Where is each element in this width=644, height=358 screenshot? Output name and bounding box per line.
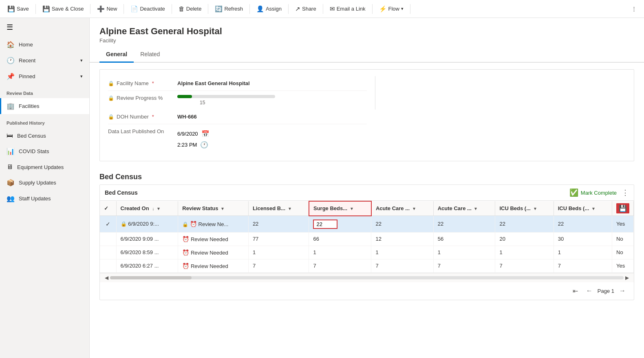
table-row[interactable]: 6/9/2020 8:59 ... ⏰ Review Needed 1 1 1 … — [100, 246, 634, 259]
doh-number-row: 🔒 DOH Number * WH-666 — [108, 110, 367, 124]
data-last-published-label: Data Last Published On — [108, 128, 177, 134]
row1-acute-care-2: 22 — [433, 216, 495, 233]
delete-icon: 🗑 — [179, 5, 185, 12]
col-header-check[interactable]: ✓ — [100, 201, 116, 216]
calendar-icon[interactable]: 📅 — [201, 130, 210, 138]
prev-page-button[interactable]: ← — [583, 286, 596, 296]
facility-name-row: 🔒 Facility Name * Alpine East General Ho… — [108, 76, 367, 91]
sidebar-item-bed-census[interactable]: 🛏 Bed Census — [0, 128, 89, 143]
page-label: Page 1 — [598, 288, 614, 294]
row1-check-cell[interactable]: ✓ — [100, 216, 116, 233]
scroll-right-arrow[interactable]: ▶ — [625, 275, 629, 281]
table-more-button[interactable]: ⋮ — [622, 188, 629, 197]
row1-icu-beds-1: 22 — [495, 216, 554, 233]
table-row[interactable]: 6/9/2020 6:27 ... ⏰ Review Needed 7 7 7 … — [100, 259, 634, 272]
col-header-icu-beds-1[interactable]: ICU Beds (... ▾ — [495, 201, 554, 216]
page-header: Alpine East General Hospital Facility — [90, 18, 644, 47]
sidebar-item-facilities[interactable]: 🏢 Facilities — [0, 98, 89, 114]
save-table-icon[interactable]: 💾 — [616, 203, 629, 213]
review-progress-label: 🔒 Review Progress % — [108, 95, 177, 101]
surge-beds-input[interactable] — [313, 220, 337, 229]
row4-check-cell[interactable] — [100, 259, 116, 272]
hamburger-menu[interactable]: ☰ — [0, 18, 89, 37]
doh-number-label: 🔒 DOH Number * — [108, 114, 177, 120]
recent-chevron-icon: ▾ — [80, 58, 83, 63]
sidebar-item-home[interactable]: 🏠 Home — [0, 37, 89, 53]
scrollbar-track[interactable] — [110, 276, 624, 279]
row3-last-col: No — [612, 246, 634, 259]
horizontal-scrollbar[interactable]: ◀ ▶ — [100, 273, 634, 282]
row1-icu-beds-2: 22 — [554, 216, 612, 233]
col-header-save[interactable]: 💾 — [612, 201, 634, 216]
surge-beds-chevron: ▾ — [351, 206, 353, 211]
row3-review-status: ⏰ Review Needed — [178, 246, 249, 259]
table-wrapper: ✓ Created On ↓ ▾ Review Status ▾ — [100, 201, 634, 273]
row4-surge-beds: 7 — [309, 259, 371, 272]
assign-button[interactable]: 👤 Assign — [252, 3, 286, 15]
first-page-button[interactable]: ⇤ — [569, 286, 581, 297]
flow-button[interactable]: ⚡ Flow ▾ — [375, 3, 408, 15]
sidebar-item-pinned[interactable]: 📌 Pinned ▾ — [0, 68, 89, 84]
mark-complete-button[interactable]: ✅ Mark Complete — [569, 188, 617, 197]
sidebar-item-recent[interactable]: 🕐 Recent ▾ — [0, 53, 89, 68]
tab-general[interactable]: General — [99, 47, 134, 63]
row3-created-on: 6/9/2020 8:59 ... — [116, 246, 178, 259]
facility-required: * — [152, 80, 154, 86]
tab-related[interactable]: Related — [134, 47, 166, 63]
share-button[interactable]: ↗ Share — [291, 3, 320, 15]
row4-acute-care-1: 7 — [371, 259, 433, 272]
table-header-row: ✓ Created On ↓ ▾ Review Status ▾ — [100, 201, 634, 216]
row4-icu-beds-1: 7 — [495, 259, 554, 272]
sidebar-item-covid-stats[interactable]: 📊 COVID Stats — [0, 143, 89, 159]
delete-button[interactable]: 🗑 Delete — [174, 3, 206, 15]
table-row[interactable]: ✓ 🔒 6/9/2020 9:... 🔒 ⏰ Review Ne... — [100, 216, 634, 233]
row3-check-cell[interactable] — [100, 246, 116, 259]
save-button[interactable]: 💾 Save — [3, 3, 33, 15]
pinned-icon: 📌 — [7, 72, 15, 80]
sidebar-item-equipment-updates[interactable]: 🖥 Equipment Updates — [0, 159, 89, 175]
sidebar-item-supply-updates[interactable]: 📦 Supply Updates — [0, 175, 89, 191]
doh-required: * — [152, 114, 154, 120]
col-header-created-on[interactable]: Created On ↓ ▾ — [116, 201, 178, 216]
scroll-left-arrow[interactable]: ◀ — [105, 275, 108, 281]
form-right-col: 🔒 DOH Number * WH-666 Data Last Publishe… — [108, 110, 367, 154]
supply-icon: 📦 — [7, 179, 15, 187]
save-close-button[interactable]: 💾 Save & Close — [38, 3, 88, 15]
toolbar-sep-10 — [410, 4, 410, 14]
col-header-licensed-beds[interactable]: Licensed B... ▾ — [248, 201, 309, 216]
row2-review-status: ⏰ Review Needed — [178, 232, 249, 246]
col-header-icu-beds-2[interactable]: ICU Beds (... ▾ — [554, 201, 612, 216]
page-title: Alpine East General Hospital — [99, 26, 634, 37]
deactivate-button[interactable]: 📄 Deactivate — [126, 3, 169, 15]
table-row[interactable]: 6/9/2020 9:09 ... ⏰ Review Needed 77 66 … — [100, 232, 634, 246]
col-header-review-status[interactable]: Review Status ▾ — [178, 201, 249, 216]
row2-acute-care-2: 56 — [433, 232, 495, 246]
row1-surge-beds[interactable] — [309, 216, 371, 233]
bed-census-table: ✓ Created On ↓ ▾ Review Status ▾ — [100, 201, 634, 273]
clock-icon[interactable]: 🕐 — [200, 141, 208, 149]
new-button[interactable]: ➕ New — [93, 3, 121, 15]
mark-complete-icon: ✅ — [569, 188, 578, 197]
col-header-acute-care-1[interactable]: Acute Care ... ▾ — [371, 201, 433, 216]
row2-created-on: 6/9/2020 9:09 ... — [116, 232, 178, 246]
icu-beds-2-chevron: ▾ — [592, 206, 595, 211]
flow-icon: ⚡ — [379, 5, 387, 13]
form-card: 🔒 Facility Name * Alpine East General Ho… — [99, 69, 634, 161]
content-area: Alpine East General Hospital Facility Ge… — [90, 18, 644, 358]
acute-care-2-chevron: ▾ — [474, 206, 477, 211]
toolbar-sep-2 — [90, 4, 90, 14]
email-link-button[interactable]: ✉ Email a Link — [326, 3, 370, 15]
toolbar-sep-3 — [124, 4, 124, 14]
row3-acute-care-1: 1 — [371, 246, 433, 259]
col-header-acute-care-2[interactable]: Acute Care ... ▾ — [433, 201, 495, 216]
row2-check-cell[interactable] — [100, 232, 116, 246]
scrollbar-thumb — [110, 276, 192, 279]
refresh-button[interactable]: 🔄 Refresh — [211, 3, 247, 15]
row3-surge-beds: 1 — [309, 246, 371, 259]
col-header-surge-beds[interactable]: Surge Beds... ▾ — [309, 201, 371, 216]
progress-bar-fill — [177, 95, 192, 98]
sidebar-item-staff-updates[interactable]: 👥 Staff Updates — [0, 191, 89, 206]
more-options-button[interactable]: ⋮ — [627, 3, 641, 14]
next-page-button[interactable]: → — [616, 286, 629, 296]
row1-review-status: 🔒 ⏰ Review Ne... — [178, 216, 249, 233]
